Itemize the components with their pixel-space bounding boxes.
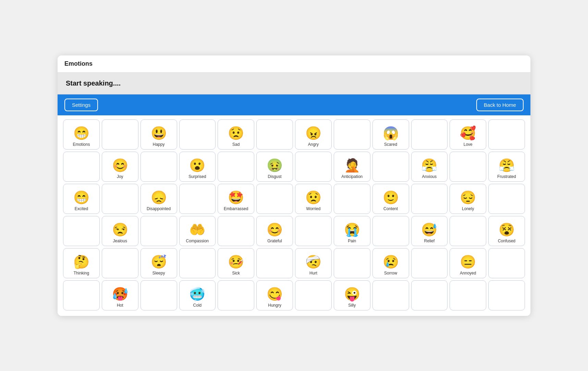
emoji-cell-relief[interactable]: 😅Relief [411, 216, 448, 246]
emoji-cell-content[interactable]: 🙂Content [372, 184, 409, 214]
emoji-icon: 😊 [267, 222, 283, 237]
empty-cell [256, 184, 293, 214]
emoji-label: Confused [498, 239, 515, 243]
emoji-icon: 🙂 [383, 190, 399, 205]
emoji-cell-thinking[interactable]: 🤔Thinking [63, 248, 100, 278]
emoji-icon: 😁 [73, 126, 89, 141]
emoji-cell-hungry[interactable]: 😋Hungry [256, 280, 293, 310]
app-window: Emotions Start speaking.... Settings Bac… [58, 55, 530, 316]
back-home-button[interactable]: Back to Home [476, 99, 524, 111]
emoji-label: Compassion [186, 239, 209, 243]
emoji-icon: 😜 [344, 286, 360, 302]
emoji-cell-scared[interactable]: 😱Scared [372, 119, 409, 150]
emoji-cell-disappointed[interactable]: 😞Disappointed [140, 184, 177, 214]
emoji-cell-compassion[interactable]: 🤲Compassion [179, 216, 216, 246]
emoji-cell-sick[interactable]: 🤒Sick [218, 248, 254, 278]
settings-button[interactable]: Settings [64, 99, 98, 111]
emoji-cell-angry[interactable]: 😠Angry [295, 119, 332, 150]
emoji-icon: 🤦 [344, 158, 360, 173]
empty-cell [411, 280, 448, 310]
emoji-label: Anxious [422, 174, 437, 179]
emoji-label: Love [464, 142, 473, 147]
emoji-cell-disgust[interactable]: 🤢Disgust [256, 152, 293, 182]
empty-cell [63, 280, 100, 310]
emoji-label: Relief [424, 239, 435, 243]
emoji-cell-surprised[interactable]: 😮Surprised [179, 152, 216, 182]
empty-cell [218, 152, 254, 182]
emoji-cell-sad[interactable]: 😟Sad [218, 119, 254, 150]
empty-cell [411, 119, 448, 150]
emoji-cell-silly[interactable]: 😜Silly [334, 280, 370, 310]
emoji-cell-annoyed[interactable]: 😑Annoyed [450, 248, 486, 278]
emoji-icon: 😅 [421, 222, 437, 237]
emoji-cell-happy[interactable]: 😃Happy [140, 119, 177, 150]
emoji-cell-anxious[interactable]: 😤Anxious [411, 152, 448, 182]
empty-cell [295, 152, 332, 182]
emoji-label: Annoyed [460, 271, 476, 276]
emoji-label: Frustrated [497, 174, 516, 179]
empty-cell [488, 184, 525, 214]
emoji-cell-excited[interactable]: 😁Excited [63, 184, 100, 214]
empty-cell [102, 184, 138, 214]
emoji-icon: 😔 [460, 190, 476, 205]
emoji-icon: 😠 [305, 126, 321, 141]
emoji-label: Joy [117, 174, 123, 179]
emoji-cell-emotions[interactable]: 😁Emotions [63, 119, 100, 150]
emoji-cell-confused[interactable]: 😵Confused [488, 216, 525, 246]
emoji-cell-jealous[interactable]: 😒Jealous [102, 216, 138, 246]
emoji-cell-joy[interactable]: 😊Joy [102, 152, 138, 182]
emoji-cell-cold[interactable]: 🥶Cold [179, 280, 216, 310]
emoji-label: Thinking [74, 271, 89, 276]
empty-cell [488, 248, 525, 278]
emoji-label: Disappointed [147, 206, 171, 211]
emoji-cell-frustrated[interactable]: 😤Frustrated [488, 152, 525, 182]
emoji-icon: 🤕 [305, 254, 321, 269]
emoji-cell-sorrow[interactable]: 😢Sorrow [372, 248, 409, 278]
emoji-cell-anticipation[interactable]: 🤦Anticipation [334, 152, 370, 182]
empty-cell [63, 216, 100, 246]
emoji-label: Sleepy [152, 271, 165, 276]
emoji-label: Happy [153, 142, 165, 147]
emoji-icon: 🥶 [189, 286, 205, 302]
emoji-label: Angry [308, 142, 319, 147]
emoji-icon: 😵 [499, 222, 515, 237]
toolbar: Settings Back to Home [58, 94, 530, 115]
emoji-icon: 🥰 [460, 126, 476, 141]
emoji-cell-worried[interactable]: 😟Worried [295, 184, 332, 214]
emoji-icon: 🤩 [228, 190, 244, 205]
empty-cell [295, 216, 332, 246]
emoji-cell-grateful[interactable]: 😊Grateful [256, 216, 293, 246]
emoji-label: Excited [75, 206, 88, 211]
empty-cell [179, 248, 216, 278]
emoji-icon: 😢 [383, 254, 399, 269]
emoji-icon: 😟 [305, 190, 321, 205]
empty-cell [411, 248, 448, 278]
empty-cell [63, 152, 100, 182]
emoji-cell-love[interactable]: 🥰Love [450, 119, 486, 150]
emoji-icon: 😊 [112, 158, 128, 173]
emoji-cell-sleepy[interactable]: 😴Sleepy [140, 248, 177, 278]
emoji-icon: 😭 [344, 222, 360, 237]
emoji-cell-pain[interactable]: 😭Pain [334, 216, 370, 246]
emoji-label: Silly [348, 303, 356, 308]
emoji-cell-embarrassed[interactable]: 🤩Embarrassed [218, 184, 254, 214]
emoji-icon: 🤔 [73, 254, 89, 269]
emoji-icon: 😴 [151, 254, 167, 269]
empty-cell [218, 216, 254, 246]
empty-cell [295, 280, 332, 310]
emoji-label: Hurt [309, 271, 317, 276]
emoji-icon: 😮 [189, 158, 205, 173]
emoji-cell-hot[interactable]: 🥵Hot [102, 280, 138, 310]
empty-cell [334, 119, 370, 150]
emoji-icon: 😤 [499, 158, 515, 173]
emoji-cell-hurt[interactable]: 🤕Hurt [295, 248, 332, 278]
empty-cell [102, 119, 138, 150]
emoji-cell-lonely[interactable]: 😔Lonely [450, 184, 486, 214]
speech-bar: Start speaking.... [58, 73, 530, 94]
emoji-icon: 🤒 [228, 254, 244, 269]
emoji-icon: 😑 [460, 254, 476, 269]
empty-cell [411, 184, 448, 214]
emoji-icon: 🤲 [189, 222, 205, 237]
emoji-icon: 🥵 [112, 286, 128, 302]
emoji-label: Sad [232, 142, 240, 147]
